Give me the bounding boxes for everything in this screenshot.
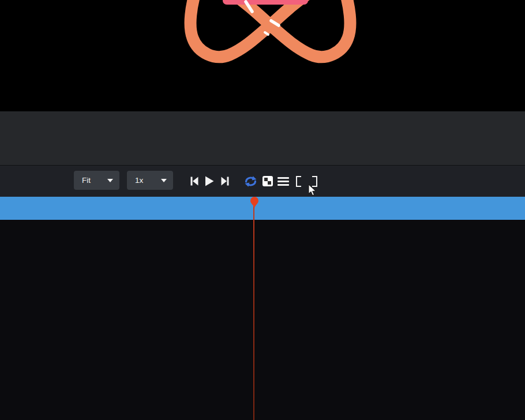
checkerboard-icon xyxy=(262,176,273,186)
loop-icon xyxy=(243,175,258,188)
chevron-down-icon xyxy=(161,179,167,182)
timeline-panel[interactable] xyxy=(0,220,525,420)
loop-toggle-button[interactable] xyxy=(243,174,258,189)
playhead-line xyxy=(253,205,254,420)
zoom-fit-dropdown[interactable]: Fit xyxy=(74,171,119,190)
zoom-fit-value: Fit xyxy=(74,176,107,185)
playhead-pin-icon xyxy=(250,197,259,208)
menu-icon xyxy=(278,177,289,186)
pretzel-knot-artwork xyxy=(0,0,525,111)
skip-to-start-button[interactable] xyxy=(188,174,201,189)
playback-speed-dropdown[interactable]: 1x xyxy=(127,171,173,190)
playback-speed-value: 1x xyxy=(127,176,161,185)
left-bracket-icon xyxy=(296,176,301,187)
background-toggle-button[interactable] xyxy=(262,174,273,189)
player-window: Fit 1x xyxy=(0,0,525,420)
menu-button[interactable] xyxy=(277,174,290,189)
playhead-handle[interactable] xyxy=(250,197,259,211)
skip-to-end-icon xyxy=(220,176,230,186)
mouse-cursor xyxy=(308,184,317,199)
play-button[interactable] xyxy=(202,174,215,189)
seek-bar[interactable] xyxy=(0,197,525,220)
player-toolbar: Fit 1x xyxy=(0,166,525,197)
marker-in-button[interactable] xyxy=(294,174,302,189)
animation-canvas[interactable] xyxy=(0,0,525,111)
skip-to-end-button[interactable] xyxy=(219,174,231,189)
skip-to-start-icon xyxy=(189,176,200,186)
info-panel xyxy=(0,111,525,165)
play-icon xyxy=(204,176,214,186)
chevron-down-icon xyxy=(107,179,113,182)
